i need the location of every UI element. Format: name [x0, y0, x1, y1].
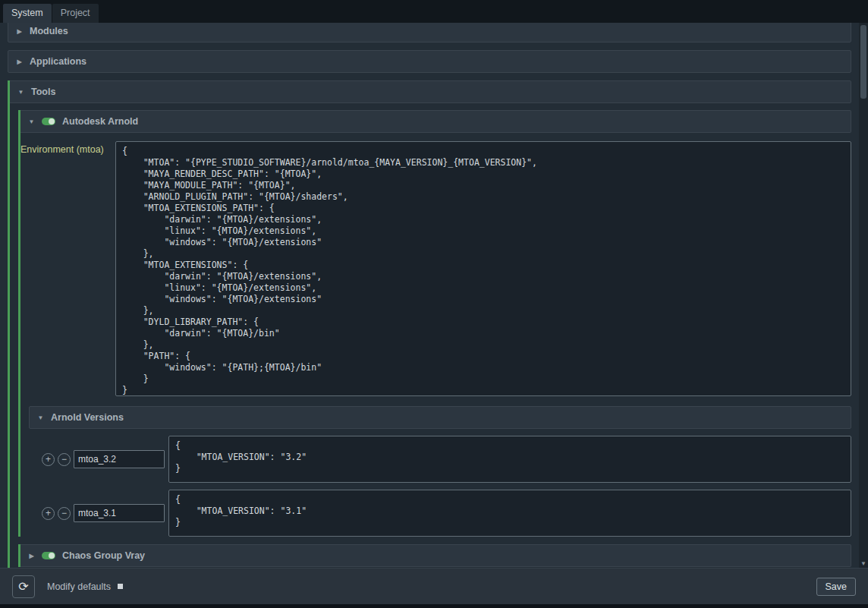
environment-mtoa-label: Environment (mtoa) — [20, 141, 112, 155]
tab-project[interactable]: Project — [52, 4, 99, 23]
environment-json-textarea[interactable]: { "MTOA": "{PYPE_STUDIO_SOFTWARE}/arnold… — [115, 141, 851, 396]
chevron-right-icon: ▶ — [16, 28, 23, 35]
arnold-group-label: Autodesk Arnold — [62, 116, 138, 127]
version-key-input[interactable] — [74, 450, 165, 468]
version-json-textarea[interactable]: { "MTOA_VERSION": "3.2" } — [168, 436, 851, 483]
version-json-textarea[interactable]: { "MTOA_VERSION": "3.1" } — [168, 490, 851, 537]
modify-defaults-checkbox[interactable] — [118, 584, 123, 589]
footer-bar: ⟳ Modify defaults Save — [0, 568, 868, 604]
scrollbar-down-arrow-icon[interactable]: ▼ — [859, 560, 868, 567]
version-row: + − { "MTOA_VERSION": "3.1" } — [42, 490, 851, 537]
vray-group-header[interactable]: ▶ Chaos Group Vray — [20, 544, 851, 567]
chevron-right-icon: ▶ — [28, 553, 35, 559]
environment-row: Environment (mtoa) { "MTOA": "{PYPE_STUD… — [20, 141, 851, 396]
vray-group-label: Chaos Group Vray — [62, 550, 145, 561]
section-tools: ▼ Tools ▼ Autodesk Arnold Environment (m… — [8, 80, 851, 568]
refresh-button[interactable]: ⟳ — [12, 575, 35, 598]
chevron-down-icon: ▼ — [37, 414, 44, 421]
scrollbar-thumb[interactable] — [860, 25, 866, 99]
chevron-down-icon: ▼ — [17, 89, 24, 96]
section-modules-label: Modules — [30, 26, 68, 36]
save-button[interactable]: Save — [816, 578, 857, 596]
chevron-right-icon: ▶ — [16, 58, 23, 65]
arnold-body: Environment (mtoa) { "MTOA": "{PYPE_STUD… — [20, 141, 851, 537]
enabled-toggle-icon[interactable] — [42, 118, 55, 125]
section-applications-label: Applications — [30, 56, 86, 67]
enabled-toggle-icon[interactable] — [42, 552, 55, 559]
refresh-icon: ⟳ — [18, 581, 28, 593]
chevron-down-icon: ▼ — [28, 118, 35, 125]
arnold-group-header[interactable]: ▼ Autodesk Arnold — [20, 110, 851, 133]
remove-item-button[interactable]: − — [58, 507, 71, 520]
section-modules-header[interactable]: ▶ Modules — [8, 23, 851, 43]
arnold-versions-header[interactable]: ▼ Arnold Versions — [29, 406, 851, 429]
tools-body: ▼ Autodesk Arnold Environment (mtoa) { "… — [10, 103, 851, 568]
modify-defaults-label: Modify defaults — [47, 581, 111, 592]
settings-scroll-area: ▶ Modules ▶ Applications ▼ Tools ▼ — [0, 23, 859, 568]
remove-item-button[interactable]: − — [58, 453, 71, 466]
add-item-button[interactable]: + — [42, 507, 55, 520]
window-bottom-edge — [0, 604, 868, 608]
arnold-group: ▼ Autodesk Arnold Environment (mtoa) { "… — [18, 110, 851, 537]
add-item-button[interactable]: + — [42, 453, 55, 466]
tab-system[interactable]: System — [3, 4, 52, 23]
section-tools-label: Tools — [31, 87, 55, 97]
section-tools-header[interactable]: ▼ Tools — [10, 80, 851, 103]
arnold-versions-label: Arnold Versions — [51, 412, 124, 423]
vray-group: ▶ Chaos Group Vray — [18, 544, 851, 567]
settings-window: System Project ▶ Modules ▶ Applications … — [0, 0, 868, 608]
version-key-input[interactable] — [74, 504, 165, 522]
vertical-scrollbar[interactable]: ▼ — [859, 23, 868, 568]
section-applications-header[interactable]: ▶ Applications — [8, 50, 851, 73]
version-row: + − { "MTOA_VERSION": "3.2" } — [42, 436, 851, 483]
tab-bar: System Project — [0, 0, 868, 23]
